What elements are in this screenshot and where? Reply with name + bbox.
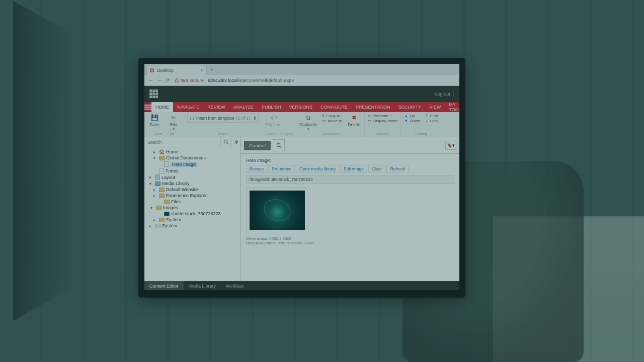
tree-item-forms[interactable]: Forms	[144, 167, 240, 174]
sort-last-button[interactable]: ⤓Last	[425, 119, 438, 123]
main-split: ▾ ▸🏠Home ▾Global Datasources Hero Image …	[144, 137, 459, 281]
new-tab-button[interactable]: +	[207, 65, 217, 75]
tag-item-button: 🏷Tag item	[265, 114, 281, 127]
copy-icon: ⎘	[322, 114, 325, 118]
ribbon-tabs: HOME NAVIGATE REVIEW ANALYZE PUBLISH VER…	[144, 102, 459, 112]
last-icon: ⤓	[425, 119, 429, 123]
forward-icon[interactable]: →	[157, 77, 163, 83]
folder-icon	[159, 156, 165, 160]
tree-search-dropdown[interactable]: ▾	[231, 137, 240, 147]
ribbon-tab-navigate[interactable]: NAVIGATE	[173, 102, 203, 112]
content-search-button[interactable]	[273, 139, 285, 151]
tree-item-shutter[interactable]: shutterstock_750726223	[144, 211, 240, 217]
ribbon-tab-configure[interactable]: CONFIGURE	[316, 102, 352, 112]
tree-item-hero[interactable]: Hero Image	[144, 161, 240, 167]
delete-icon: ✖	[350, 114, 358, 122]
content-tab[interactable]: Content	[244, 141, 271, 150]
img-edit[interactable]: Edit image	[340, 165, 367, 173]
ribbon-tab-review[interactable]: REVIEW	[203, 102, 229, 112]
secondary-monitor	[13, 1, 75, 321]
tree-item-layout[interactable]: ▸Layout	[144, 174, 240, 180]
close-tab-icon[interactable]: ×	[201, 68, 203, 73]
rename-button[interactable]: ▭Rename	[368, 114, 397, 118]
down-arrow-icon: ▼	[404, 119, 408, 123]
img-browse[interactable]: Browse	[246, 165, 267, 173]
logout-link[interactable]: Log out	[435, 92, 450, 97]
edit-button[interactable]: ✂Edit▼	[167, 114, 181, 131]
image-preview	[246, 187, 308, 233]
tree-item-default-ws[interactable]: ▸Default Website	[144, 187, 240, 193]
img-clear[interactable]: Clear	[368, 165, 385, 173]
hamburger-menu[interactable]	[144, 102, 151, 112]
tag-icon: 🏷	[270, 114, 278, 122]
address-bar: ← → ⟳ Not secure 92sc.dev.local/sitecore…	[144, 75, 459, 86]
ws-tab-media-library[interactable]: Media Library	[184, 281, 221, 290]
tree-item-home[interactable]: ▸🏠Home	[144, 149, 240, 155]
back-icon[interactable]: ←	[148, 77, 153, 83]
app-grid-icon[interactable]	[149, 89, 158, 99]
ribbon-tab-analyze[interactable]: ANALYZE	[229, 102, 258, 112]
img-refresh[interactable]: Refresh	[386, 165, 409, 173]
search-icon	[223, 139, 229, 145]
img-properties[interactable]: Properties	[268, 165, 295, 173]
sort-up-button[interactable]: ▲Up	[404, 114, 420, 118]
sort-down-button[interactable]: ▼Down	[404, 119, 420, 123]
screen: Desktop × + ← → ⟳ Not secure 92sc.dev.lo…	[144, 64, 459, 290]
folder-icon	[155, 224, 160, 228]
not-secure-badge[interactable]: Not secure	[174, 77, 204, 83]
svg-line-3	[280, 146, 281, 148]
delete-button[interactable]: ✖Delete	[347, 114, 361, 127]
browser-tab[interactable]: Desktop ×	[146, 65, 207, 75]
ribbon-toolbar: 💾Save ✂Edit▼ Write Edit ▢ Insert from te…	[144, 112, 459, 137]
tree-item-system[interactable]: ▸System	[144, 217, 240, 223]
reload-icon[interactable]: ⟳	[166, 77, 170, 83]
tree-item-exp[interactable]: ▸Experience Explorer	[144, 193, 240, 199]
workspace-tabs: Content Editor Media Library Workbox	[144, 281, 459, 290]
folder-icon	[164, 200, 170, 204]
opera-icon	[150, 68, 154, 72]
ribbon-tab-presentation[interactable]: PRESENTATION	[352, 102, 394, 112]
ws-tab-content-editor[interactable]: Content Editor	[144, 281, 184, 290]
image-icon	[164, 212, 170, 216]
app-header: Log out |	[144, 86, 459, 102]
move-icon: ▭	[322, 119, 326, 123]
field-label: Hero Image:	[246, 158, 454, 163]
page-icon	[164, 161, 169, 167]
img-open-media[interactable]: Open media library	[296, 165, 339, 173]
ws-tab-workbox[interactable]: Workbox	[221, 281, 249, 290]
display-name-button[interactable]: ▭Display name	[368, 119, 397, 123]
ribbon-tab-home[interactable]: HOME	[151, 102, 173, 112]
tree-item-system2[interactable]: ▸System	[144, 223, 240, 229]
tree-item-images[interactable]: ▾Images	[144, 205, 240, 211]
copy-to-button[interactable]: ⎘Copy to	[322, 114, 342, 118]
tree-search-button[interactable]	[220, 137, 231, 147]
language-selector[interactable]: 🔖▾	[445, 141, 456, 150]
ribbon-tab-security[interactable]: SECURITY	[394, 102, 426, 112]
folder-icon	[159, 218, 165, 222]
tree-item-media[interactable]: ▾Media Library	[144, 180, 240, 187]
sort-first-button[interactable]: ⤒First	[425, 114, 438, 118]
svg-point-0	[224, 140, 227, 143]
image-thumbnail[interactable]	[250, 191, 305, 230]
ribbon-tab-versions[interactable]: VERSIONS	[285, 102, 317, 112]
search-icon	[276, 143, 282, 148]
tree-search-input[interactable]	[144, 137, 220, 147]
duplicate-button[interactable]: ⧉Duplicate▼	[299, 114, 317, 131]
ribbon-tab-publish[interactable]: PUBLISH	[258, 102, 285, 112]
save-icon: 💾	[150, 114, 158, 122]
save-button[interactable]: 💾Save	[147, 114, 162, 127]
ribbon-tab-mytoolbar[interactable]: MY TOOLBAR	[445, 102, 459, 112]
warning-icon	[174, 78, 179, 83]
display-name-icon: ▭	[368, 119, 372, 123]
svg-point-2	[277, 143, 280, 146]
url-text[interactable]: 92sc.dev.local/sitecore/shell/default.as…	[208, 77, 294, 83]
image-alt: Default Alternate Text: "Sitecore Helix"	[246, 241, 454, 245]
tree-item-global[interactable]: ▾Global Datasources	[144, 155, 240, 161]
image-toolbar: Browse Properties Open media library Edi…	[246, 165, 454, 173]
insert-from-template[interactable]: ▢ Insert from template (1 of 1) ▲▼	[187, 114, 259, 123]
ribbon-tab-view[interactable]: VIEW	[425, 102, 445, 112]
content-tree: ▸🏠Home ▾Global Datasources Hero Image Fo…	[144, 147, 240, 281]
move-to-button[interactable]: ▭Move to	[322, 119, 342, 123]
tree-item-files[interactable]: Files	[144, 199, 240, 205]
first-icon: ⤒	[425, 114, 429, 118]
